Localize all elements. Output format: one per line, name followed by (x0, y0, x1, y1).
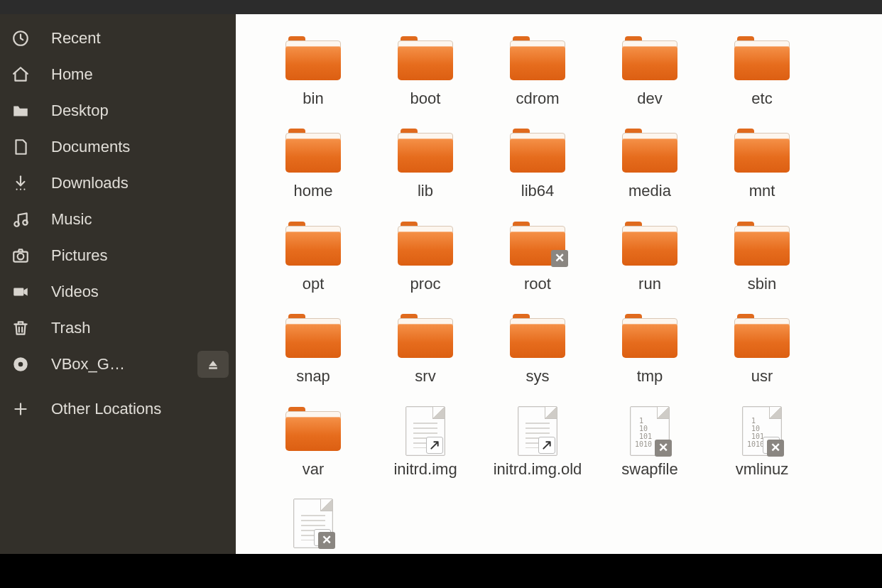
sidebar-item-documents[interactable]: Documents (0, 129, 236, 165)
svg-point-4 (14, 222, 18, 227)
file-item-sbin[interactable]: sbin (706, 221, 818, 293)
file-item-label: run (638, 275, 661, 293)
music-icon (11, 210, 51, 229)
file-icon (11, 138, 51, 156)
folder-icon (509, 313, 566, 363)
sidebar-item-label: Trash (51, 319, 236, 337)
sidebar-item-label: Downloads (51, 174, 236, 192)
file-item-proc[interactable]: proc (369, 221, 481, 293)
folder-icon (285, 313, 342, 363)
sidebar-item-home[interactable]: Home (0, 56, 236, 92)
sidebar-item-videos[interactable]: Videos (0, 273, 236, 310)
sidebar-item-other-locations[interactable]: Other Locations (0, 391, 236, 427)
file-item-swapfile[interactable]: 1 10 101 1010✕swapfile (594, 406, 706, 479)
sidebar-item-trash[interactable]: Trash (0, 310, 236, 346)
home-icon (11, 65, 51, 84)
file-item-label: initrd.img (393, 460, 457, 479)
file-item-media[interactable]: media (594, 128, 706, 200)
svg-point-7 (18, 253, 24, 259)
file-item-vmlinuz[interactable]: 1 10 101 1010✕vmlinuz (706, 406, 818, 479)
eject-button[interactable] (197, 351, 229, 378)
file-item-lib[interactable]: lib (369, 128, 481, 200)
file-item-label: bin (303, 89, 323, 108)
file-item-sys[interactable]: sys (481, 313, 594, 386)
file-item-label: opt (303, 275, 325, 293)
sidebar-item-vbox-g-[interactable]: VBox_G… (0, 346, 236, 382)
sidebar-item-downloads[interactable]: Downloads (0, 165, 236, 201)
file-item-label: sbin (748, 275, 776, 293)
file-item-etc[interactable]: etc (706, 36, 818, 108)
sidebar: RecentHomeDesktopDocumentsDownloadsMusic… (0, 14, 236, 554)
file-item-initrd-img[interactable]: initrd.img (369, 406, 481, 479)
file-item-label: vmlinuz (736, 460, 789, 479)
file-item-home[interactable]: home (257, 128, 369, 200)
sidebar-item-recent[interactable]: Recent (0, 20, 236, 56)
file-item-label: dev (637, 89, 662, 108)
folder-icon (734, 128, 790, 178)
file-item-label: vmlinuz.old (274, 552, 352, 554)
file-item-label: boot (410, 89, 441, 108)
file-item-boot[interactable]: boot (369, 36, 481, 108)
file-item-lib64[interactable]: lib64 (481, 128, 594, 200)
file-item-label: mnt (749, 182, 775, 200)
svg-rect-8 (13, 288, 23, 295)
video-icon (11, 283, 51, 301)
camera-icon (11, 246, 51, 265)
file-item-vmlinuz-old[interactable]: ✕vmlinuz.old (257, 499, 369, 554)
file-item-label: root (524, 275, 551, 293)
svg-rect-11 (209, 367, 217, 369)
file-item-root[interactable]: ✕root (481, 221, 594, 293)
no-access-emblem-icon: ✕ (655, 440, 672, 457)
sidebar-item-pictures[interactable]: Pictures (0, 237, 236, 273)
sidebar-item-label: Desktop (51, 102, 236, 120)
file-item-label: media (628, 182, 671, 200)
svg-point-3 (23, 188, 25, 190)
folder-icon (285, 36, 342, 85)
sidebar-item-label: Other Locations (51, 400, 236, 418)
folder-icon (509, 128, 566, 178)
file-item-tmp[interactable]: tmp (594, 313, 706, 386)
file-item-label: initrd.img.old (494, 460, 582, 479)
file-item-mnt[interactable]: mnt (706, 128, 818, 200)
file-item-initrd-img-old[interactable]: initrd.img.old (481, 406, 594, 479)
folder-icon (621, 36, 678, 85)
sidebar-item-label: Music (51, 210, 236, 229)
disc-icon (11, 355, 51, 374)
file-item-cdrom[interactable]: cdrom (481, 36, 594, 108)
file-item-usr[interactable]: usr (706, 313, 818, 386)
folder-icon (621, 313, 678, 363)
file-grid: binbootcdromdevetchomeliblib64mediamntop… (257, 36, 875, 554)
sidebar-item-desktop[interactable]: Desktop (0, 92, 236, 129)
file-item-label: usr (751, 367, 773, 386)
text-icon (509, 406, 566, 456)
text-icon (397, 406, 454, 456)
file-item-label: etc (751, 89, 772, 108)
sidebar-item-label: Pictures (51, 246, 236, 265)
svg-point-1 (16, 188, 18, 190)
folder-icon (734, 36, 790, 85)
file-item-bin[interactable]: bin (257, 36, 369, 108)
file-item-label: proc (410, 275, 441, 293)
file-item-run[interactable]: run (594, 221, 706, 293)
file-item-label: lib (418, 182, 433, 200)
file-item-label: lib64 (521, 182, 554, 200)
no-access-emblem-icon: ✕ (551, 250, 568, 267)
folder-icon (621, 128, 678, 178)
file-item-srv[interactable]: srv (369, 313, 481, 386)
folder-icon (397, 36, 454, 85)
file-item-var[interactable]: var (257, 406, 369, 479)
titlebar (0, 0, 882, 14)
sidebar-item-label: Videos (51, 283, 236, 301)
folder-icon (509, 36, 566, 85)
file-item-label: cdrom (516, 89, 559, 108)
file-item-snap[interactable]: snap (257, 313, 369, 386)
bottom-strip (0, 554, 882, 588)
file-item-label: srv (415, 367, 435, 386)
folder-icon (621, 221, 678, 271)
folder-icon (397, 128, 454, 178)
file-item-dev[interactable]: dev (594, 36, 706, 108)
file-item-opt[interactable]: opt (257, 221, 369, 293)
file-item-label: tmp (637, 367, 663, 386)
folder-icon (397, 313, 454, 363)
sidebar-item-music[interactable]: Music (0, 201, 236, 237)
